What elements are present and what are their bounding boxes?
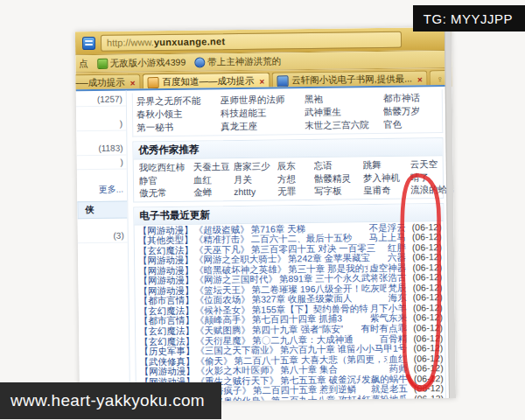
author-link[interactable]: 骷髅精灵 bbox=[314, 172, 360, 185]
bookmark-fragment[interactable]: 点 bbox=[79, 58, 88, 70]
book-link[interactable]: 黑袍 bbox=[304, 92, 380, 106]
row-spacer bbox=[338, 372, 389, 373]
book-link[interactable]: 第一秘书 bbox=[136, 120, 217, 134]
bookmark-item[interactable]: 带上主神游洪荒的 bbox=[194, 55, 281, 68]
chapter-link[interactable]: 第716章 天梯 bbox=[251, 224, 306, 234]
book-link[interactable]: 异界之无所不能 bbox=[136, 94, 217, 108]
updates-section: 电子书最近更新 【网游动漫】 《超级盗贼》 第716章 天梯 不是浮云 (06-… bbox=[133, 203, 446, 403]
bookmark-favicon-icon bbox=[194, 57, 205, 67]
sidebar-item[interactable]: ) bbox=[77, 156, 127, 171]
tab-label: 知道——成功提示 bbox=[75, 77, 125, 90]
author-link[interactable]: 跳舞 bbox=[363, 158, 407, 172]
watermark-bottom: www.heart-yakkyoku.com bbox=[0, 382, 221, 419]
author-link[interactable]: 傲无常 bbox=[139, 186, 190, 200]
sidebar-item[interactable]: ) bbox=[76, 117, 126, 132]
url-domain: yunxuange.net bbox=[154, 36, 226, 47]
bookmark-item[interactable]: 无敌版小游戏4399 bbox=[97, 56, 186, 69]
tab-close-icon[interactable]: × bbox=[259, 76, 264, 86]
book-link[interactable]: 末世之三宫六院 bbox=[304, 118, 380, 132]
book-link[interactable]: 春秋小领主 bbox=[136, 107, 217, 121]
author-link[interactable]: 梦入神机 bbox=[363, 171, 407, 184]
tab-label: 百度知道——成功提示 bbox=[162, 75, 254, 88]
chapter-link[interactable]: 第八十章 集合 bbox=[280, 365, 338, 375]
author-link[interactable]: 我吃西红柿 bbox=[139, 161, 190, 174]
chapter-link[interactable]: 第六百九十章 谁留下？ bbox=[280, 344, 354, 355]
row-spacer bbox=[305, 231, 369, 232]
sidebar-item[interactable]: (3) bbox=[78, 229, 128, 244]
bookmark-label: 无敌版小游戏4399 bbox=[110, 56, 186, 69]
author-link[interactable]: 月关 bbox=[234, 172, 274, 186]
updates-list: 【网游动漫】 《超级盗贼》 第716章 天梯 不是浮云 (06-12) 【其他类… bbox=[135, 221, 446, 403]
sidebar-item[interactable]: 侠 bbox=[77, 201, 127, 220]
book-link[interactable]: 骷髅万岁 bbox=[383, 104, 453, 118]
webpage-content: (1257) ) (1183) ) 更多... 侠 (3) bbox=[76, 85, 450, 402]
authors-grid: 我吃西红柿 天蚕土豆 唐家三少 辰东 忘语 跳舞 云天空 bbox=[134, 156, 444, 201]
book-link[interactable]: 科技超能王 bbox=[220, 106, 301, 120]
chapter-link[interactable]: 第155章【下】契约兽骨的特别用法 bbox=[252, 304, 368, 315]
author-link[interactable]: 辰东 bbox=[277, 159, 311, 172]
author-link[interactable]: 静官 bbox=[139, 173, 190, 186]
bookmark-label: 带上主神游洪荒的 bbox=[207, 55, 281, 68]
sidebar-item[interactable]: 更多... bbox=[77, 182, 127, 199]
author-link[interactable]: 红薯扮地瓜 bbox=[361, 394, 408, 402]
author-link[interactable]: 唐家三少 bbox=[234, 159, 274, 172]
pin-icon: ♀ bbox=[437, 74, 444, 84]
book-link[interactable]: 巫师世界的法师 bbox=[220, 93, 301, 107]
tab-close-icon[interactable]: × bbox=[417, 74, 423, 84]
hot-books-grid: 异界之无所不能 巫师世界的法师 黑袍 都市神话 天珠变 春秋小领主 科技超能王 bbox=[132, 89, 444, 136]
screenshot-stage: http://www. yunxuange.net 点 无敌版小游戏4399 带… bbox=[0, 0, 525, 420]
tab-favicon-icon bbox=[147, 77, 158, 88]
url-input[interactable]: http://www. yunxuange.net bbox=[101, 31, 402, 51]
chapter-link[interactable]: 第二百九十八章 攻打桑尼城 bbox=[271, 395, 360, 402]
tab-favicon-icon bbox=[276, 75, 288, 87]
author-link[interactable]: 方想 bbox=[277, 172, 311, 185]
author-link[interactable]: 天蚕土豆 bbox=[193, 160, 230, 173]
bookmark-favicon-icon bbox=[97, 58, 108, 68]
chapter-link[interactable]: 第二卷璀璨 196八级全开！吃灰吧！巴蒂尔 bbox=[251, 284, 386, 295]
category-sidebar: (1257) ) (1183) ) 更多... 侠 (3) bbox=[76, 91, 130, 403]
author-link[interactable]: 血红 bbox=[193, 173, 230, 186]
book-link[interactable]: 武神重生 bbox=[304, 105, 380, 119]
book-link[interactable]: 都市神话 bbox=[383, 91, 453, 105]
authors-section: 优秀作家推荐 我吃西红柿 天蚕土豆 唐家三少 辰东 忘语 bbox=[132, 137, 444, 202]
watermark-top: TG: MYYJJPP bbox=[413, 5, 525, 32]
author-link[interactable]: 金蝉 bbox=[193, 186, 230, 199]
browser-window: http://www. yunxuange.net 点 无敌版小游戏4399 带… bbox=[75, 27, 456, 402]
tab-close-icon[interactable]: × bbox=[130, 78, 136, 88]
author-link[interactable]: 写字板 bbox=[314, 184, 360, 197]
row-spacer bbox=[353, 301, 388, 302]
author-link[interactable]: 无罪 bbox=[277, 185, 311, 198]
author-link[interactable]: 皇甫奇 bbox=[363, 184, 407, 197]
update-date: (06-12) bbox=[408, 394, 444, 402]
book-link[interactable]: 真龙王座 bbox=[220, 119, 301, 133]
author-link[interactable]: zhttty bbox=[234, 185, 274, 198]
browser-logo-icon bbox=[82, 36, 95, 49]
main-column: 异界之无所不能 巫师世界的法师 黑袍 都市神话 天珠变 春秋小领主 科技超能王 bbox=[127, 87, 450, 402]
sidebar-item[interactable]: (1257) bbox=[76, 93, 126, 108]
book-link[interactable]: 官色 bbox=[383, 117, 453, 131]
sidebar-item[interactable]: (1183) bbox=[76, 142, 126, 157]
author-link[interactable]: 忘语 bbox=[314, 158, 360, 172]
url-prefix: http://www. bbox=[107, 37, 154, 48]
